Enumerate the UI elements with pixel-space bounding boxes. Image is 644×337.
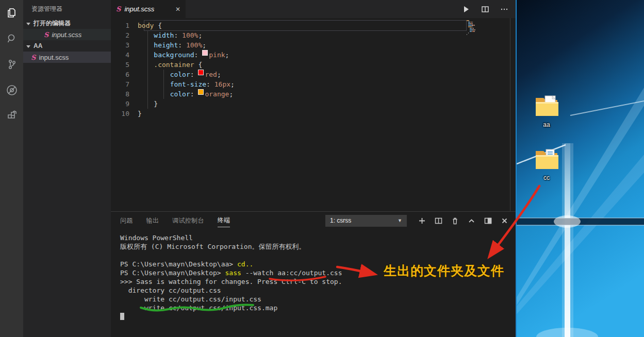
scss-file-icon: S [44, 31, 48, 39]
open-editor-item-input-scss[interactable]: S input.scss [23, 29, 111, 40]
sidebar-title: 资源管理器 [23, 0, 111, 18]
sidebar-explorer: 资源管理器 打开的编辑器 S input.scss AA S input.scs… [23, 0, 111, 337]
sidebar-item-extensions[interactable] [0, 103, 23, 129]
split-editor-icon[interactable] [481, 5, 489, 13]
color-swatch [202, 50, 208, 56]
desktop-icon-label: aa [530, 121, 563, 128]
folder-icon [534, 147, 559, 172]
tab-output[interactable]: 输出 [146, 216, 159, 225]
indent-guide [147, 30, 148, 109]
terminal-line: 版权所有 (C) Microsoft Corporation。保留所有权利。 [120, 242, 342, 251]
annotation-text: 生出的文件夹及文件 [384, 262, 504, 279]
terminal-cursor [120, 313, 124, 320]
code-line: 6 color: red; [111, 70, 517, 79]
folder-icon [534, 94, 559, 119]
search-icon [6, 32, 18, 45]
terminal-line: >>> Sass is watching for changes. Press … [120, 277, 342, 286]
color-swatch [198, 70, 204, 75]
screen: 资源管理器 打开的编辑器 S input.scss AA S input.scs… [0, 0, 644, 337]
terminal-output[interactable]: Windows PowerShell版权所有 (C) Microsoft Cor… [120, 233, 342, 321]
sidebar-item-search[interactable] [0, 26, 23, 52]
chevron-expanded-icon [26, 23, 30, 25]
close-panel-icon[interactable] [501, 217, 508, 225]
chevron-expanded-icon [26, 45, 30, 48]
sidebar-item-explorer[interactable] [0, 0, 23, 26]
desktop-icon-label: cc [530, 174, 563, 181]
tab-problems[interactable]: 问题 [120, 216, 133, 225]
terminal-line: PS C:\Users\mayn\Desktop\aa> cd.. [120, 260, 342, 268]
panel-action-icons [407, 217, 517, 225]
terminal-line: write cc/output.css/input.css.map [120, 304, 342, 312]
code-line: 3 height: 100%; [111, 40, 517, 50]
terminal-line: directory cc/output.css [120, 286, 342, 295]
maximize-panel-icon[interactable] [484, 217, 492, 225]
code-line: 10} [111, 109, 517, 119]
open-editors-header[interactable]: 打开的编辑器 [23, 18, 111, 29]
editor-tab-bar: S input.scss ✕ [111, 0, 517, 18]
chevron-down-icon: ▼ [398, 218, 402, 223]
panel-header: 问题 输出 调试控制台 终端 1: csrss ▼ [111, 212, 517, 229]
split-terminal-icon[interactable] [435, 217, 442, 225]
activity-bar [0, 0, 23, 337]
new-terminal-icon[interactable] [418, 217, 426, 225]
terminal-line [120, 251, 342, 260]
terminal-line: PS C:\Users\mayn\Desktop> sass --watch a… [120, 268, 342, 277]
scss-file-icon: S [116, 5, 121, 13]
desktop-icon-cc[interactable]: cc [530, 147, 563, 181]
windows-desktop[interactable]: aa cc [517, 0, 644, 337]
folder-header-aa[interactable]: AA [23, 40, 111, 52]
extensions-icon [6, 110, 18, 122]
scss-file-icon: S [31, 54, 36, 61]
code-line: 8 color: orange; [111, 89, 517, 99]
sidebar-item-debug[interactable] [0, 77, 23, 103]
file-item-input-scss[interactable]: S input.scss [23, 52, 111, 63]
vscode-window: 资源管理器 打开的编辑器 S input.scss AA S input.scs… [0, 0, 517, 337]
collapse-panel-icon[interactable] [468, 217, 475, 225]
code-line: 9 } [111, 99, 517, 109]
desktop-icon-aa[interactable]: aa [530, 94, 563, 128]
run-icon[interactable] [462, 5, 470, 13]
close-tab-icon[interactable]: ✕ [175, 6, 180, 13]
terminal-line: write cc/output.css/input.css [120, 295, 342, 304]
minimap[interactable] [467, 20, 487, 36]
tab-terminal[interactable]: 终端 [218, 216, 230, 227]
files-icon [6, 7, 18, 19]
kill-terminal-icon[interactable] [451, 217, 459, 225]
color-swatch [198, 89, 204, 95]
code-line: 7 font-size: 16px; [111, 79, 517, 89]
tab-input-scss[interactable]: S input.scss ✕ [111, 0, 186, 18]
sidebar-item-source-control[interactable] [0, 52, 23, 77]
terminal-line: Windows PowerShell [120, 233, 342, 242]
indent-guide [163, 70, 164, 99]
code-line: 4 background: pink; [111, 50, 517, 60]
source-control-icon [6, 58, 18, 71]
more-actions-icon[interactable] [500, 5, 508, 13]
code-area: 1body {2 width: 100%;3 height: 100%;4 ba… [111, 21, 517, 119]
terminal-select[interactable]: 1: csrss ▼ [325, 215, 407, 227]
code-line: 5 .container { [111, 60, 517, 70]
code-line: 2 width: 100%; [111, 30, 517, 40]
terminal-cursor-line [120, 312, 342, 321]
debug-disabled-icon [5, 83, 19, 97]
code-line: 1body { [111, 21, 517, 30]
tab-debug-console[interactable]: 调试控制台 [172, 216, 204, 225]
code-editor[interactable]: 1body {2 width: 100%;3 height: 100%;4 ba… [111, 18, 517, 211]
editor-actions [462, 0, 517, 18]
